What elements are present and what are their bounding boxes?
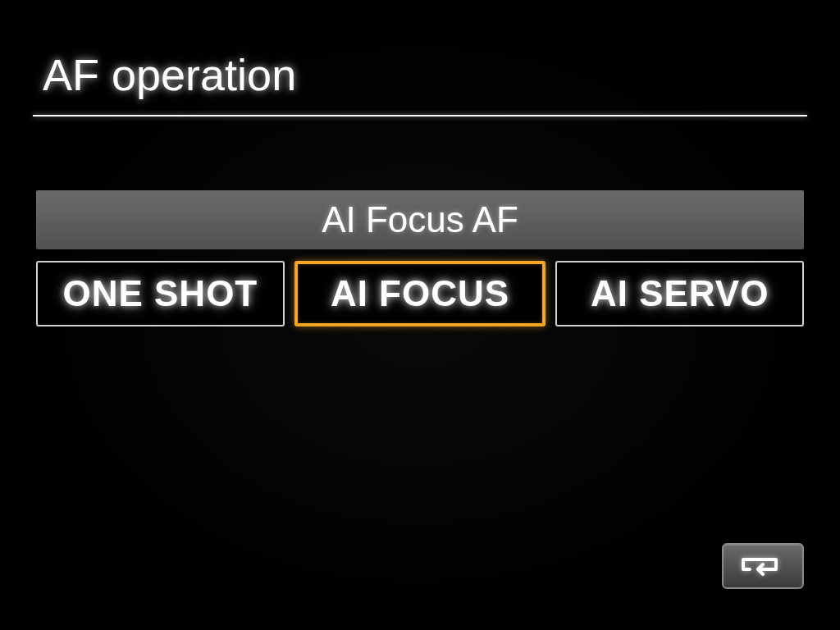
option-one-shot[interactable]: ONE SHOT xyxy=(36,261,285,326)
current-mode-description: AI Focus AF xyxy=(36,190,804,249)
option-label: AI SERVO xyxy=(591,273,769,314)
option-ai-focus[interactable]: AI FOCUS xyxy=(294,261,546,326)
return-icon xyxy=(740,553,786,579)
af-mode-options: ONE SHOT AI FOCUS AI SERVO xyxy=(36,261,804,326)
title-divider xyxy=(33,115,807,116)
option-ai-servo[interactable]: AI SERVO xyxy=(555,261,804,326)
option-label: ONE SHOT xyxy=(62,273,258,314)
option-label: AI FOCUS xyxy=(331,273,509,314)
page-title: AF operation xyxy=(33,49,807,115)
current-mode-label: AI Focus AF xyxy=(322,199,518,240)
back-button[interactable] xyxy=(722,543,804,589)
af-operation-screen: AF operation AI Focus AF ONE SHOT AI FOC… xyxy=(0,0,840,630)
